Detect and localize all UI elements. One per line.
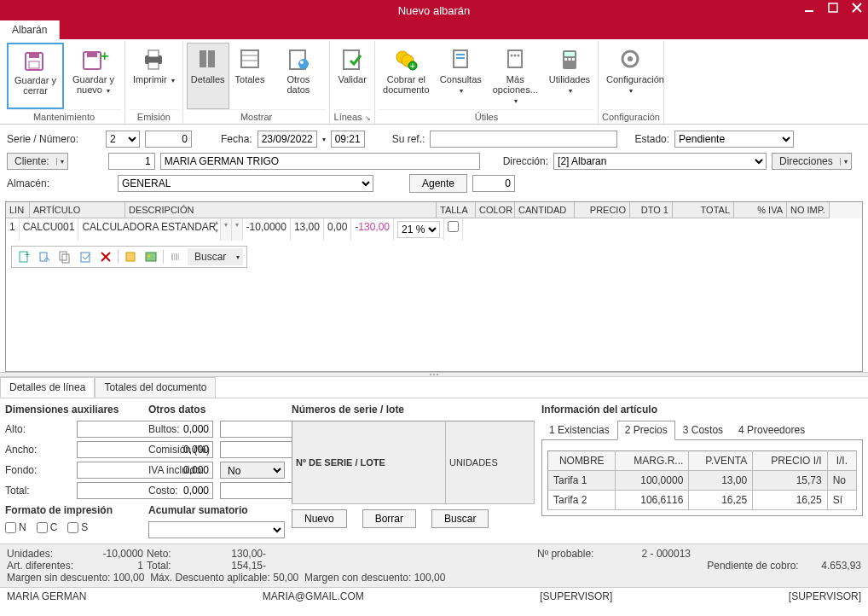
- subtab-existencias[interactable]: 1 Existencias: [541, 421, 617, 439]
- suref-label: Su ref.:: [392, 133, 425, 145]
- svg-rect-53: [176, 253, 177, 260]
- close-button[interactable]: [851, 2, 863, 14]
- barcode-icon[interactable]: [167, 248, 184, 265]
- chk-s[interactable]: [67, 522, 78, 533]
- delete-line-icon[interactable]: [97, 248, 114, 265]
- detalles-button[interactable]: Detalles: [187, 43, 229, 109]
- formato-title: Formato de impresión: [5, 504, 142, 516]
- maximize-button[interactable]: [827, 2, 839, 14]
- consultas-icon: [447, 45, 474, 73]
- cobrar-button[interactable]: + Cobrar el documento: [379, 43, 434, 109]
- price-table[interactable]: NOMBRE MARG.R... P.VENTA PRECIO I/I I/I.…: [547, 450, 857, 510]
- imprimir-button[interactable]: Imprimir ▾: [129, 43, 179, 109]
- col-dto1[interactable]: DTO 1: [630, 202, 673, 218]
- configuracion-button[interactable]: Configuración▾: [602, 43, 657, 109]
- estado-select[interactable]: Pendiente: [674, 131, 794, 148]
- col-iva[interactable]: % IVA: [734, 202, 787, 218]
- role-2: [SUPERVISOR]: [789, 590, 861, 602]
- borrar-button[interactable]: Borrar: [362, 509, 416, 528]
- serie-lote-table[interactable]: Nº DE SERIE / LOTEUNIDADES: [292, 421, 535, 504]
- direccion-select[interactable]: [2] Albaran: [553, 153, 767, 170]
- noimp-checkbox[interactable]: [448, 221, 459, 232]
- cliente-nombre-input[interactable]: [160, 153, 480, 170]
- tab-albaran[interactable]: Albarán: [0, 20, 60, 39]
- serie-lote-title: Números de serie / lote: [292, 404, 535, 416]
- ivainc-select[interactable]: No: [220, 462, 285, 479]
- col-cantidad[interactable]: CANTIDAD: [515, 202, 575, 218]
- direcciones-button[interactable]: Direcciones▾: [772, 153, 852, 170]
- totales-button[interactable]: Totales: [231, 43, 269, 109]
- printer-icon: [140, 45, 167, 73]
- subtab-costos[interactable]: 3 Costos: [675, 421, 731, 439]
- almacen-select[interactable]: GENERAL: [118, 175, 373, 192]
- svg-rect-51: [171, 253, 173, 260]
- svg-rect-13: [200, 50, 206, 67]
- col-articulo[interactable]: ARTÍCULO: [30, 202, 125, 218]
- svg-rect-49: [146, 253, 156, 261]
- buscar-button[interactable]: Buscar: [431, 509, 489, 528]
- svg-rect-45: [81, 253, 90, 262]
- fecha-input[interactable]: [258, 131, 317, 148]
- copy-icon[interactable]: [56, 248, 73, 265]
- guardar-cerrar-button[interactable]: Guardar y cerrar: [7, 43, 64, 109]
- copy-up-icon[interactable]: [36, 248, 53, 265]
- iva-select[interactable]: 21 %: [397, 221, 440, 238]
- price-row[interactable]: Tarifa 1 100,0000 13,00 15,73 No: [548, 471, 857, 491]
- price-row[interactable]: Tarifa 2 106,6116 16,25 16,25 Sí: [548, 491, 857, 510]
- svg-text:+: +: [25, 250, 30, 259]
- chk-c[interactable]: [37, 522, 48, 533]
- cliente-id-input[interactable]: [108, 153, 155, 170]
- group-configuracion: Configuración: [602, 109, 660, 124]
- guardar-nuevo-button[interactable]: + Guardar y nuevo ▾: [66, 43, 121, 109]
- agente-input[interactable]: [472, 175, 515, 192]
- minimize-button[interactable]: [803, 2, 815, 14]
- svg-point-31: [514, 55, 517, 57]
- tab-totales-doc[interactable]: Totales del documento: [95, 377, 216, 398]
- serie-select[interactable]: 2: [106, 131, 140, 148]
- image-icon[interactable]: [142, 248, 159, 265]
- col-lin[interactable]: LIN: [6, 202, 30, 218]
- group-emision: Emisión: [129, 109, 179, 124]
- user-name: MARIA GERMAN: [7, 590, 86, 602]
- svg-rect-8: [87, 52, 97, 57]
- svg-rect-27: [456, 54, 465, 55]
- details-icon: [194, 45, 222, 73]
- svg-rect-43: [60, 252, 67, 260]
- detail-tabs: Detalles de línea Totales del documento: [0, 377, 868, 398]
- nuevo-button[interactable]: Nuevo: [292, 509, 347, 528]
- subtab-precios[interactable]: 2 Precios: [617, 421, 675, 440]
- chk-n[interactable]: [5, 522, 16, 533]
- tab-detalles-linea[interactable]: Detalles de línea: [0, 377, 95, 398]
- numero-input[interactable]: [145, 131, 192, 148]
- col-precio[interactable]: PRECIO: [575, 202, 630, 218]
- group-lineas: Líneas ↘: [333, 109, 370, 124]
- col-total[interactable]: TOTAL: [673, 202, 734, 218]
- validar-button[interactable]: Validar: [333, 43, 370, 109]
- consultas-button[interactable]: Consultas▾: [436, 43, 486, 109]
- paste-icon[interactable]: [77, 248, 94, 265]
- user-email: MARIA@GMAIL.COM: [263, 590, 364, 602]
- otros-datos-button[interactable]: Otros datos: [270, 43, 326, 109]
- bottom-bar: MARIA GERMAN MARIA@GMAIL.COM [SUPERVISOR…: [0, 587, 868, 605]
- direccion-label: Dirección:: [503, 155, 548, 167]
- totals-icon: [236, 45, 263, 73]
- svg-rect-1: [829, 3, 837, 12]
- col-talla[interactable]: TALLA: [437, 202, 476, 218]
- suref-input[interactable]: [430, 131, 617, 148]
- col-color[interactable]: COLOR: [476, 202, 515, 218]
- table-row[interactable]: 1 CALCU001 CALCULADORA ESTANDAR▴▾ ▾ ▾ -1…: [6, 218, 862, 241]
- hora-input[interactable]: [331, 131, 365, 148]
- new-line-icon[interactable]: +: [15, 248, 32, 265]
- acumular-select[interactable]: [148, 521, 285, 538]
- buscar-dropdown[interactable]: Buscar▾: [188, 248, 243, 265]
- agente-button[interactable]: Agente: [409, 174, 467, 193]
- note-icon[interactable]: [122, 248, 139, 265]
- col-desc[interactable]: DESCRIPCIÓN: [125, 202, 437, 218]
- cliente-button[interactable]: Cliente:▾: [7, 153, 68, 170]
- col-noimp[interactable]: NO IMP.: [787, 202, 830, 218]
- svg-point-50: [148, 255, 151, 258]
- subtab-proveedores[interactable]: 4 Proveedores: [731, 421, 813, 439]
- calculator-icon: [556, 45, 583, 73]
- utilidades-button[interactable]: Utilidades▾: [545, 43, 594, 109]
- mas-opciones-button[interactable]: Más opciones... ▾: [488, 43, 543, 109]
